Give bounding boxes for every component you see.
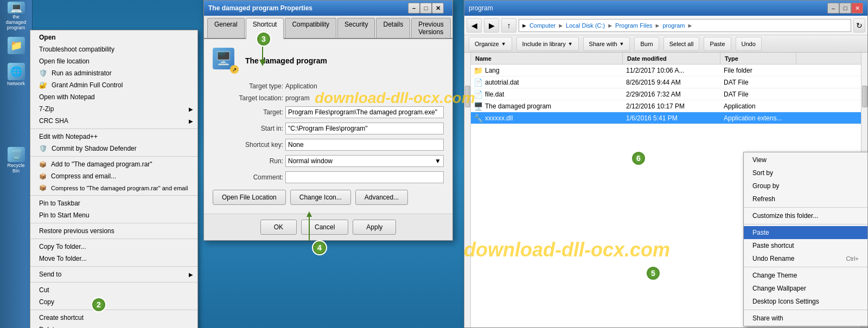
address-bar[interactable]: ► Computer ► Local Disk (C:) ► Program F… — [519, 19, 851, 32]
file-item-filedat[interactable]: 📄 file.dat 2/29/2016 7:32 AM DAT File — [471, 88, 861, 100]
explorer-close[interactable]: ✕ — [851, 3, 863, 14]
breadcrumb-computer[interactable]: Computer — [529, 22, 556, 29]
paste-button[interactable]: Paste — [704, 37, 731, 51]
file-item-lang[interactable]: 📁 Lang 11/2/2017 10:06 A... File folder — [471, 65, 861, 76]
left-scrollbar-thumb[interactable] — [465, 86, 470, 107]
file-type-autotrial: DAT File — [724, 79, 859, 86]
col-header-date[interactable]: Date modified — [623, 53, 720, 64]
file-type-filedat: DAT File — [724, 91, 859, 98]
menu-item-restore-versions[interactable]: Restore previous versions — [30, 225, 197, 237]
taskbar-icon-network[interactable]: 🌐 Network — [3, 61, 30, 88]
menu-item-move-to[interactable]: Move To folder... — [30, 253, 197, 265]
tab-security[interactable]: Security — [337, 18, 375, 38]
menu-item-delete[interactable]: Delete — [30, 324, 197, 328]
menu-item-open[interactable]: Open — [30, 31, 197, 43]
shortcut-key-label: Shortcut key: — [213, 141, 283, 149]
menu-item-grant-admin[interactable]: 🔐 Grant Admin Full Control — [30, 79, 197, 91]
minimize-button[interactable]: – — [408, 3, 420, 14]
change-icon-button[interactable]: Change Icon... — [290, 190, 351, 205]
menu-item-add-rar[interactable]: 📦 Add to "The damaged program.rar" — [30, 158, 197, 170]
col-header-name[interactable]: Name — [471, 53, 623, 64]
tab-compatibility[interactable]: Compatibility — [285, 18, 336, 38]
file-item-autotrial[interactable]: 📄 autotrial.dat 8/26/2015 9:44 AM DAT Fi… — [471, 76, 861, 88]
menu-item-compress-email[interactable]: 📦 Compress and email... — [30, 170, 197, 182]
comment-input[interactable] — [285, 171, 444, 183]
right-menu-desktop-icons[interactable]: Desktop Icons Settings — [744, 295, 867, 308]
menu-item-crc-sha[interactable]: CRC SHA ▶ — [30, 115, 197, 127]
menu-item-send-to[interactable]: Send to ▶ — [30, 268, 197, 280]
target-location-value: program — [285, 94, 310, 102]
close-button[interactable]: ✕ — [432, 3, 444, 14]
apply-button[interactable]: Apply — [353, 220, 396, 235]
breadcrumb-local-disk[interactable]: Local Disk (C:) — [566, 22, 605, 29]
organize-button[interactable]: Organize ▼ — [469, 37, 512, 51]
target-label: Target: — [213, 108, 283, 116]
taskbar-icon-computer[interactable]: 💻 thedamagedprogram — [3, 3, 30, 30]
include-in-library-button[interactable]: Include in library ▼ — [516, 37, 579, 51]
menu-item-7zip[interactable]: 7-Zip ▶ — [30, 103, 197, 115]
breadcrumb-program-files[interactable]: Program Files — [615, 22, 652, 29]
menu-item-edit-notepad[interactable]: Edit with Notepad++ — [30, 131, 197, 143]
breadcrumb-program[interactable]: program — [662, 22, 685, 29]
cancel-button[interactable]: Cancel — [301, 220, 348, 235]
back-button[interactable]: ◀ — [467, 18, 482, 33]
menu-item-pin-taskbar[interactable]: Pin to Taskbar — [30, 197, 197, 209]
menu-item-run-as-admin[interactable]: 🛡️ Run as administrator — [30, 67, 197, 79]
forward-button[interactable]: ▶ — [484, 18, 499, 33]
right-menu-view[interactable]: View — [744, 153, 867, 166]
col-header-type[interactable]: Type — [720, 53, 796, 64]
dialog-header: 🖥️ ↗ The damaged program — [213, 48, 444, 74]
right-menu-customize[interactable]: Customize this folder... — [744, 209, 867, 222]
explorer-maximize[interactable]: □ — [839, 3, 851, 14]
menu-item-open-file-location[interactable]: Open file location — [30, 55, 197, 67]
run-row: Run: Normal window ▼ — [213, 155, 444, 167]
left-scrollbar[interactable] — [464, 53, 471, 327]
menu-item-troubleshoot[interactable]: Troubleshoot compatibility — [30, 43, 197, 55]
file-type-lang: File folder — [724, 67, 859, 74]
refresh-button[interactable]: ↻ — [853, 18, 865, 33]
tab-general[interactable]: General — [207, 18, 245, 38]
target-input[interactable] — [285, 106, 444, 118]
menu-item-open-notepad[interactable]: Open with Notepad — [30, 91, 197, 103]
right-menu-paste-shortcut[interactable]: Paste shortcut — [744, 239, 867, 252]
menu-item-compress-rar-email[interactable]: 📦 Compress to "The damaged program.rar" … — [30, 182, 197, 194]
tab-details[interactable]: Details — [376, 18, 410, 38]
right-menu-refresh[interactable]: Refresh — [744, 192, 867, 205]
menu-item-create-shortcut[interactable]: Create shortcut — [30, 312, 197, 324]
shortcut-key-input[interactable] — [285, 139, 444, 151]
start-in-label: Start in: — [213, 125, 283, 132]
file-date-damaged: 2/12/2016 10:17 PM — [626, 102, 724, 110]
file-date-filedat: 2/29/2016 7:32 AM — [626, 91, 724, 98]
right-menu-paste[interactable]: Paste — [744, 226, 867, 239]
menu-item-cut[interactable]: Cut — [30, 284, 197, 296]
right-menu-change-wallpaper[interactable]: Change Wallpaper — [744, 282, 867, 295]
undo-button[interactable]: Undo — [736, 37, 762, 51]
burn-button[interactable]: Burn — [634, 37, 659, 51]
right-menu-change-theme[interactable]: Change Theme — [744, 269, 867, 282]
maximize-button[interactable]: □ — [420, 3, 432, 14]
file-item-dll[interactable]: 🔧 xxxxxx.dll 1/6/2016 5:41 PM Applicatio… — [471, 112, 861, 124]
right-menu-sort-by[interactable]: Sort by — [744, 166, 867, 179]
menu-item-shadow-defender[interactable]: 🛡️ Commit by Shadow Defender — [30, 143, 197, 155]
ok-button[interactable]: OK — [260, 220, 297, 235]
explorer-minimize[interactable]: – — [827, 3, 839, 14]
tab-previous-versions[interactable]: Previous Versions — [411, 18, 451, 38]
advanced-button[interactable]: Advanced... — [355, 190, 408, 205]
start-in-input[interactable] — [285, 123, 444, 134]
right-scrollbar-thumb[interactable] — [862, 86, 867, 107]
menu-item-copy-to[interactable]: Copy To folder... — [30, 241, 197, 253]
up-button[interactable]: ↑ — [501, 18, 516, 33]
menu-item-pin-start[interactable]: Pin to Start Menu — [30, 209, 197, 221]
select-all-button[interactable]: Select all — [663, 37, 700, 51]
share-with-button[interactable]: Share with ▼ — [583, 37, 630, 51]
right-menu-undo-rename[interactable]: Undo Rename Ctrl+ — [744, 252, 867, 265]
taskbar-icon-file[interactable]: 📁 — [3, 32, 30, 59]
dll-icon: 🔧 — [473, 113, 483, 123]
file-item-damaged-program[interactable]: 🖥️ The damaged program 2/12/2016 10:17 P… — [471, 100, 861, 112]
right-menu-share-with[interactable]: Share with — [744, 312, 867, 325]
taskbar-icon-recycle[interactable]: 🗑️ RecycleBin — [3, 147, 30, 174]
right-menu-group-by[interactable]: Group by — [744, 179, 867, 192]
open-file-location-button[interactable]: Open File Location — [213, 190, 286, 205]
menu-item-copy[interactable]: Copy — [30, 296, 197, 308]
run-dropdown[interactable]: Normal window ▼ — [285, 155, 444, 167]
